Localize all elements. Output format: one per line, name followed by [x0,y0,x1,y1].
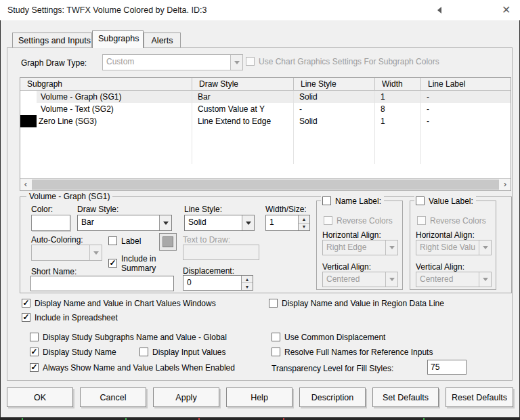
width-size-stepper[interactable]: 1 ▲▼ [265,215,310,231]
tab-subgraphs[interactable]: Subgraphs [92,30,144,48]
checkbox-label: Display Study Name [43,348,116,357]
checkbox-box[interactable] [322,196,331,205]
description-button[interactable]: Description [299,387,366,407]
tab-alerts[interactable]: Alerts [144,33,181,48]
spin-up-icon[interactable]: ▲ [242,276,253,283]
value-label-checkbox[interactable]: Value Label: [414,196,476,206]
color-swatch [20,115,37,127]
dropdown-arrow-icon [230,55,242,70]
tab-settings-and-inputs[interactable]: Settings and Inputs [12,33,92,48]
name-vertical-align-select: Centered [322,272,398,287]
display-input-values-checkbox[interactable]: Display Input Values [139,348,226,357]
checkbox-label: Display Study Subgraphs Name and Value -… [43,333,227,342]
header-line-label: Line Label [421,78,511,90]
row-line-style: Solid [294,91,375,103]
help-button[interactable]: Help [226,387,292,407]
always-show-labels-checkbox[interactable]: ✓ Always Show Name and Value Labels When… [30,363,235,373]
transparency-input[interactable] [427,360,467,375]
row-width: 1 [375,115,421,127]
checkbox-label: Include in Summary [121,254,169,273]
include-in-summary-checkbox[interactable]: ✓ Include in Summary [108,254,169,273]
graph-draw-type-select: Custom [102,54,243,70]
checkbox-box[interactable] [108,236,117,245]
draw-style-value: Bar [78,215,159,230]
scrollbar-thumb[interactable] [32,180,499,190]
subgraph-table: Subgraph Draw Style Line Style Width Lin… [20,77,511,191]
color-picker-button[interactable] [31,215,70,231]
checkbox-label: Value Label: [429,196,473,206]
checkbox-box[interactable]: ✓ [108,259,117,268]
subgraphs-panel: Graph Draw Type: Custom Use Chart Graphi… [7,47,513,381]
background-chart-strip [0,417,520,420]
ok-button[interactable]: OK [7,387,73,407]
collapse-left-arrow-icon[interactable] [437,7,441,14]
checkbox-box[interactable]: ✓ [30,363,39,372]
table-row[interactable]: Volume - Graph (SG1) Bar Solid 1 - [20,91,511,103]
table-row[interactable]: Zero Line (SG3) Line Extend to Edge Soli… [20,115,511,127]
horizontal-scrollbar[interactable]: ‹ › [20,178,511,190]
displacement-label: Displacement: [183,266,234,276]
reset-defaults-button[interactable]: Reset Defaults [446,387,513,407]
scroll-left-icon[interactable]: ‹ [20,179,31,190]
window-title: Study Settings: TWFX Volume Colored by D… [7,5,207,15]
checkbox-box[interactable] [416,196,425,205]
display-study-name-checkbox[interactable]: ✓ Display Study Name [30,348,116,357]
text-to-draw-input [183,245,259,260]
row-line-label: - [421,103,511,115]
checkbox-box[interactable]: ✓ [22,299,30,308]
checkbox-label: Display Name and Value in Region Data Li… [282,299,444,308]
checkbox-box[interactable] [139,348,148,356]
display-chart-values-checkbox[interactable]: ✓ Display Name and Value in Chart Values… [22,299,216,308]
color-swatch [20,103,37,115]
apply-button[interactable]: Apply [153,387,219,407]
use-common-displacement-checkbox[interactable]: Use Common Displacement [272,333,385,342]
name-label-checkbox[interactable]: Name Label: [321,196,384,206]
displacement-stepper[interactable]: 0 ▲▼ [183,275,253,291]
row-line-label: - [421,115,511,127]
include-spreadsheet-checkbox[interactable]: ✓ Include in Spreadsheet [22,313,118,322]
label-color-button[interactable] [159,233,177,251]
short-name-input[interactable] [30,276,174,291]
table-row[interactable]: Volume - Text (SG2) Custom Value at Y - … [20,103,511,115]
row-width: 1 [375,91,421,103]
checkbox-box[interactable]: ✓ [22,313,30,322]
color-swatch [20,91,37,103]
set-defaults-button[interactable]: Set Defaults [372,387,439,407]
cancel-button[interactable]: Cancel [80,387,146,407]
value-horizontal-align-select: Right Side Valu [416,240,492,255]
dropdown-arrow-icon[interactable] [242,215,254,230]
checkbox-box[interactable] [269,299,278,308]
close-icon[interactable]: ✕ [502,3,511,16]
dropdown-arrow-icon [385,272,397,287]
scroll-right-icon[interactable]: › [500,179,511,190]
color-label: Color: [31,205,53,214]
checkbox-box [246,57,255,66]
subgraph-name: Zero Line (SG3) [37,115,192,127]
display-region-data-checkbox[interactable]: Display Name and Value in Region Data Li… [269,299,444,308]
resolve-full-names-checkbox[interactable]: Resolve Full Names for Reference Inputs [272,348,433,357]
draw-style-label: Draw Style: [77,205,118,214]
horizontal-align-label: Horizontal Align: [322,230,381,240]
horizontal-align-label: Horizontal Align: [416,230,475,240]
name-horizontal-align-value: Right Edge [323,240,385,255]
global-subgraphs-checkbox[interactable]: Display Study Subgraphs Name and Value -… [30,333,227,342]
line-style-select[interactable]: Solid [184,215,255,231]
checkbox-box[interactable] [272,333,280,341]
spin-down-icon[interactable]: ▼ [299,224,309,231]
line-style-label: Line Style: [184,205,222,214]
spin-up-icon[interactable]: ▲ [299,215,309,224]
draw-style-select[interactable]: Bar [77,215,172,231]
dropdown-arrow-icon[interactable] [159,215,171,230]
label-checkbox[interactable]: Label [108,236,141,246]
label-color-swatch [162,236,173,247]
name-reverse-colors-checkbox: Reverse Colors [324,216,393,226]
spin-down-icon[interactable]: ▼ [242,283,253,290]
graph-draw-type-label: Graph Draw Type: [21,58,87,68]
value-reverse-colors-checkbox: Reverse Colors [417,216,486,226]
checkbox-box[interactable]: ✓ [30,348,39,356]
auto-coloring-value [32,245,89,260]
empty-row [20,140,511,152]
table-empty-area [20,164,511,178]
checkbox-box[interactable] [30,333,39,341]
checkbox-box[interactable] [272,348,280,356]
